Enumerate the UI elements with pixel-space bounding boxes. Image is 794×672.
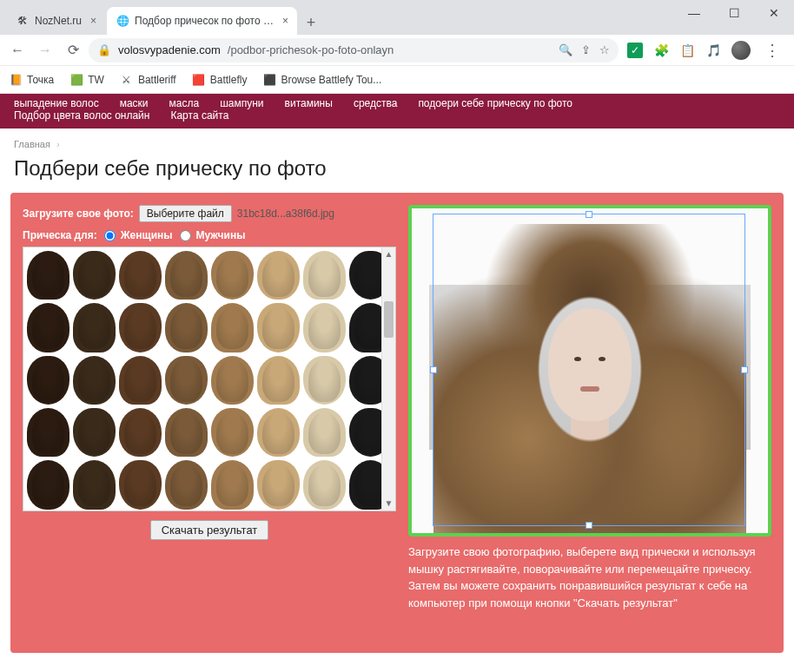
hairstyle-thumb[interactable] (27, 460, 69, 509)
nav-item[interactable]: масла (169, 97, 200, 109)
hairstyle-thumb[interactable] (119, 303, 162, 352)
titlebar: 🛠 NozNet.ru × 🌐 Подбор причесок по фото … (0, 0, 794, 35)
preview-canvas[interactable] (412, 208, 768, 533)
hairstyle-thumb[interactable] (27, 408, 69, 457)
sheets-icon: 🟩 (69, 73, 83, 87)
list-icon[interactable]: 📋 (679, 43, 695, 58)
browser-toolbar: ← → ⟳ 🔒 volosvypadenie.com/podbor-priche… (0, 35, 794, 66)
hairstyle-thumb[interactable] (27, 303, 69, 352)
share-icon[interactable]: ⇪ (581, 43, 591, 56)
check-extension-icon[interactable]: ✓ (627, 43, 643, 58)
hairstyle-thumb[interactable] (119, 356, 162, 405)
nav-item[interactable]: Подбор цвета волос онлайн (14, 109, 149, 122)
hairstyle-thumb[interactable] (303, 303, 346, 352)
hairstyle-thumb[interactable] (165, 251, 208, 300)
page-title: Подбери себе прическу по фото (0, 153, 794, 193)
bookmark-battlefy[interactable]: ⬛Browse Battlefy Tou... (262, 73, 381, 87)
hairstyle-thumb[interactable] (211, 251, 254, 300)
forward-button[interactable]: → (33, 38, 57, 63)
breadcrumb-home[interactable]: Главная (14, 139, 50, 149)
reload-button[interactable]: ⟳ (61, 38, 85, 63)
puzzle-icon[interactable]: 🧩 (653, 43, 669, 58)
bookmark-battleriff[interactable]: ⚔Battleriff (120, 73, 176, 87)
bookmark-label: Battlefly (210, 74, 248, 86)
scroll-down-icon[interactable]: ▼ (382, 497, 395, 511)
hairstyle-thumb[interactable] (165, 460, 208, 509)
scroll-up-icon[interactable]: ▲ (382, 247, 395, 261)
bookmark-tochka[interactable]: 📙Точка (9, 73, 54, 87)
selection-box[interactable] (433, 214, 745, 526)
resize-handle-w[interactable] (430, 366, 437, 373)
hairstyle-thumb[interactable] (165, 303, 208, 352)
hairstyle-thumb[interactable] (165, 408, 208, 457)
bookmark-battlefly[interactable]: 🟥Battlefly (192, 73, 248, 87)
new-tab-button[interactable]: + (299, 10, 323, 35)
resize-handle-s[interactable] (586, 522, 592, 529)
hairstyle-thumb[interactable] (257, 251, 300, 300)
minimize-button[interactable]: — (674, 0, 714, 26)
hairstyle-thumb[interactable] (303, 251, 346, 300)
nav-item[interactable]: маски (120, 97, 149, 109)
nav-item[interactable]: Карта сайта (170, 109, 228, 122)
tab-noznet[interactable]: 🛠 NozNet.ru × (7, 7, 105, 35)
star-icon[interactable]: ☆ (599, 43, 610, 56)
hairstyle-thumb[interactable] (73, 408, 116, 457)
profile-avatar[interactable] (731, 41, 751, 60)
right-column: Загрузите свою фотографию, выберете вид … (408, 205, 771, 641)
close-icon[interactable]: × (282, 15, 288, 27)
chrome-menu-button[interactable]: ⋮ (761, 41, 784, 60)
close-icon[interactable]: × (90, 15, 96, 27)
nav-item[interactable]: шампуни (220, 97, 263, 109)
choose-file-button[interactable]: Выберите файл (139, 205, 232, 222)
hairstyle-thumb[interactable] (119, 460, 162, 509)
hairstyle-thumb[interactable] (303, 460, 346, 509)
window-controls: — ☐ ✕ (674, 0, 794, 35)
hairstyle-thumb[interactable] (257, 460, 300, 509)
hairstyle-thumb[interactable] (211, 356, 254, 405)
nav-item[interactable]: выпадение волос (14, 97, 99, 109)
bookmark-tw[interactable]: 🟩TW (69, 73, 104, 87)
file-name: 31bc18d...a38f6d.jpg (237, 208, 334, 220)
nav-item[interactable]: средства (354, 97, 398, 109)
hairstyle-thumb[interactable] (211, 460, 254, 509)
hairstyle-thumb[interactable] (73, 460, 116, 509)
hairstyle-thumb[interactable] (73, 356, 116, 405)
gender-men-radio[interactable] (180, 230, 191, 241)
resize-handle-e[interactable] (741, 366, 748, 373)
close-window-button[interactable]: ✕ (754, 0, 794, 26)
hairstyle-thumb[interactable] (257, 356, 300, 405)
hairstyle-thumb[interactable] (119, 251, 162, 300)
red-icon: 🟥 (192, 73, 206, 87)
tab-active[interactable]: 🌐 Подбор причесок по фото онла × (107, 7, 297, 35)
nav-item[interactable]: подоери себе прическу по фото (418, 97, 572, 109)
scrollbar-thumb[interactable] (384, 301, 394, 338)
hairstyle-thumb[interactable] (211, 408, 254, 457)
globe-icon: 🌐 (116, 14, 129, 28)
maximize-button[interactable]: ☐ (714, 0, 754, 26)
gender-men-label: Мужчины (196, 229, 246, 241)
hairstyle-thumb[interactable] (119, 408, 162, 457)
hairstyle-thumb[interactable] (303, 356, 346, 405)
hairstyle-thumb[interactable] (303, 408, 346, 457)
hairstyle-panel: Загрузите свое фото: Выберите файл 31bc1… (10, 193, 784, 653)
hairstyle-thumb[interactable] (73, 303, 116, 352)
hairstyle-thumb[interactable] (211, 303, 254, 352)
hairstyle-thumb[interactable] (165, 356, 208, 405)
hairstyle-thumb[interactable] (27, 356, 69, 405)
hairstyle-thumb[interactable] (27, 251, 69, 300)
resize-handle-n[interactable] (586, 211, 592, 218)
folder-icon: 📙 (9, 73, 23, 87)
preview-box[interactable] (408, 205, 771, 537)
nav-item[interactable]: витамины (285, 97, 333, 109)
hairstyle-thumb[interactable] (73, 251, 116, 300)
hairstyle-thumb[interactable] (257, 408, 300, 457)
download-result-button[interactable]: Скачать результат (150, 520, 269, 540)
zoom-icon[interactable]: 🔍 (559, 43, 572, 56)
scrollbar[interactable]: ▲ ▼ (381, 247, 395, 511)
address-bar[interactable]: 🔒 volosvypadenie.com/podbor-prichesok-po… (89, 38, 619, 63)
bookmarks-bar: 📙Точка 🟩TW ⚔Battleriff 🟥Battlefly ⬛Brows… (0, 66, 794, 94)
back-button[interactable]: ← (5, 38, 30, 63)
music-icon[interactable]: 🎵 (705, 43, 721, 58)
gender-women-radio[interactable] (104, 230, 116, 241)
hairstyle-thumb[interactable] (257, 303, 300, 352)
